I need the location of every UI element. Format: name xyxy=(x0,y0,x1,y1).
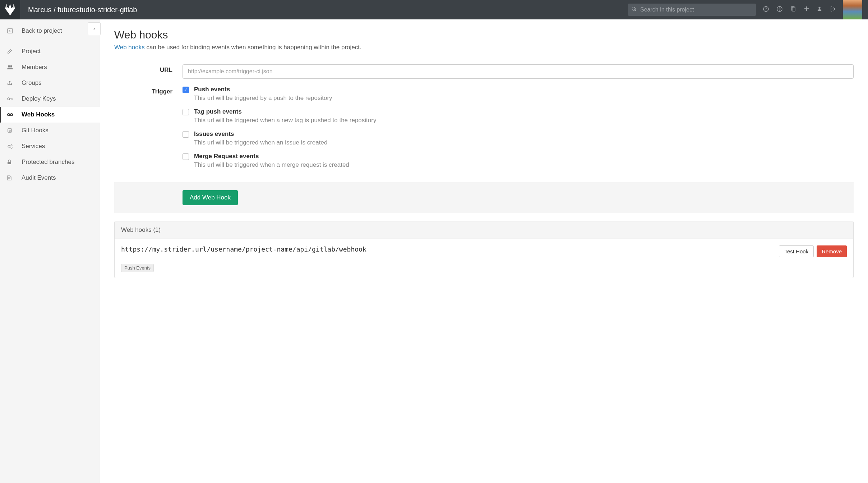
search-icon xyxy=(632,7,637,13)
back-icon xyxy=(7,28,22,34)
help-icon[interactable]: ? xyxy=(763,6,769,13)
svg-marker-2 xyxy=(11,4,15,8)
hook-row: https://my.strider.url/username/project-… xyxy=(115,239,853,264)
svg-rect-12 xyxy=(8,29,13,33)
svg-rect-24 xyxy=(8,162,11,164)
sidebar-item-services[interactable]: Services xyxy=(0,138,100,154)
checkbox-checked-icon[interactable]: ✓ xyxy=(183,87,189,93)
page-title: Web hooks xyxy=(114,29,854,41)
svg-point-5 xyxy=(12,6,13,7)
remove-hook-button[interactable]: Remove xyxy=(817,245,847,257)
signout-icon[interactable] xyxy=(830,6,836,13)
page-desc-text: can be used for binding events when some… xyxy=(145,44,361,51)
breadcrumb: Marcus / futurestudio-strider-gitlab xyxy=(20,6,137,14)
sidebar-divider xyxy=(0,41,100,41)
sidebar-item-label: Project xyxy=(22,48,41,55)
git-icon: git xyxy=(7,128,22,133)
link-icon xyxy=(7,113,22,116)
breadcrumb-project[interactable]: futurestudio-strider-gitlab xyxy=(57,6,137,14)
sidebar-collapse-button[interactable]: ‹ xyxy=(88,22,101,35)
sidebar-item-members[interactable]: Members xyxy=(0,59,100,75)
sidebar-item-web-hooks[interactable]: Web Hooks xyxy=(0,107,100,123)
add-web-hook-button[interactable]: Add Web Hook xyxy=(183,190,238,205)
svg-marker-1 xyxy=(5,4,9,8)
svg-point-23 xyxy=(11,147,12,148)
sidebar: ‹ Back to project Project Members Groups… xyxy=(0,19,100,483)
hook-tag: Push Events xyxy=(121,264,154,272)
svg-point-11 xyxy=(818,7,820,9)
navbar-actions: ? xyxy=(756,6,843,13)
sidebar-item-label: Members xyxy=(22,64,47,71)
trigger-desc: This url will be triggered when a merge … xyxy=(194,161,349,169)
globe-icon[interactable] xyxy=(777,6,782,13)
svg-marker-3 xyxy=(9,4,11,8)
trigger-issues-events[interactable]: Issues events This url will be triggered… xyxy=(183,130,854,146)
sidebar-item-groups[interactable]: Groups xyxy=(0,75,100,91)
sidebar-item-label: Groups xyxy=(22,79,42,87)
test-hook-button[interactable]: Test Hook xyxy=(779,245,814,257)
svg-text:?: ? xyxy=(765,7,767,11)
sidebar-item-label: Protected branches xyxy=(22,158,74,166)
url-label: URL xyxy=(114,64,183,79)
trigger-title: Tag push events xyxy=(194,108,376,115)
divider xyxy=(114,57,854,57)
checkbox-unchecked-icon[interactable] xyxy=(183,131,189,138)
sidebar-item-git-hooks[interactable]: git Git Hooks xyxy=(0,123,100,138)
webhooks-help-link[interactable]: Web hooks xyxy=(114,44,145,51)
files-icon[interactable] xyxy=(790,6,796,13)
form-row-url: URL xyxy=(114,64,854,79)
top-navbar: Marcus / futurestudio-strider-gitlab ? xyxy=(0,0,868,19)
key-icon xyxy=(7,97,22,101)
sidebar-item-label: Git Hooks xyxy=(22,127,49,134)
checkbox-unchecked-icon[interactable] xyxy=(183,109,189,115)
sidebar-item-label: Services xyxy=(22,143,45,150)
search-input[interactable] xyxy=(628,4,756,16)
main-content: Web hooks Web hooks can be used for bind… xyxy=(100,19,868,483)
trigger-label: Trigger xyxy=(114,86,183,175)
form-actions: Add Web Hook xyxy=(114,182,854,213)
sidebar-item-deploy-keys[interactable]: Deploy Keys xyxy=(0,91,100,107)
svg-point-13 xyxy=(8,65,10,67)
svg-point-21 xyxy=(9,146,9,147)
user-avatar[interactable] xyxy=(843,0,862,19)
svg-point-15 xyxy=(8,98,10,100)
sidebar-item-label: Web Hooks xyxy=(22,111,55,118)
sidebar-back-to-project[interactable]: Back to project xyxy=(0,23,100,39)
breadcrumb-owner[interactable]: Marcus xyxy=(28,6,52,14)
plus-icon[interactable] xyxy=(804,6,809,13)
trigger-tag-push-events[interactable]: Tag push events This url will be trigger… xyxy=(183,108,854,124)
members-icon xyxy=(7,65,22,70)
trigger-merge-request-events[interactable]: Merge Request events This url will be tr… xyxy=(183,153,854,169)
lock-icon xyxy=(7,160,22,165)
sidebar-item-protected-branches[interactable]: Protected branches xyxy=(0,154,100,170)
hook-url: https://my.strider.url/username/project-… xyxy=(121,245,775,253)
svg-marker-0 xyxy=(5,8,15,15)
pencil-icon xyxy=(7,49,22,54)
user-icon[interactable] xyxy=(817,6,822,13)
brand-logo[interactable] xyxy=(0,0,20,19)
checkbox-unchecked-icon[interactable] xyxy=(183,153,189,160)
search-wrap xyxy=(628,4,756,16)
url-input[interactable] xyxy=(183,64,854,79)
gitlab-logo-icon xyxy=(4,3,17,16)
trigger-title: Merge Request events xyxy=(194,153,349,160)
sidebar-item-audit-events[interactable]: Audit Events xyxy=(0,170,100,186)
trigger-desc: This url will be triggered when a new ta… xyxy=(194,117,376,124)
page-description: Web hooks can be used for binding events… xyxy=(114,44,854,51)
trigger-title: Push events xyxy=(194,86,332,93)
svg-point-22 xyxy=(11,144,12,146)
trigger-desc: This url will be triggered by a push to … xyxy=(194,95,332,102)
hooks-panel-header: Web hooks (1) xyxy=(115,221,853,239)
svg-point-4 xyxy=(7,6,8,7)
cogs-icon xyxy=(7,144,22,149)
trigger-push-events[interactable]: ✓ Push events This url will be triggered… xyxy=(183,86,854,102)
hook-tags: Push Events xyxy=(115,264,853,278)
form-row-trigger: Trigger ✓ Push events This url will be t… xyxy=(114,86,854,175)
svg-rect-10 xyxy=(792,7,795,11)
trigger-title: Issues events xyxy=(194,130,327,138)
share-icon xyxy=(7,80,22,86)
sidebar-item-project[interactable]: Project xyxy=(0,43,100,59)
file-icon xyxy=(7,175,22,180)
sidebar-item-label: Audit Events xyxy=(22,174,56,181)
svg-point-14 xyxy=(10,65,12,67)
